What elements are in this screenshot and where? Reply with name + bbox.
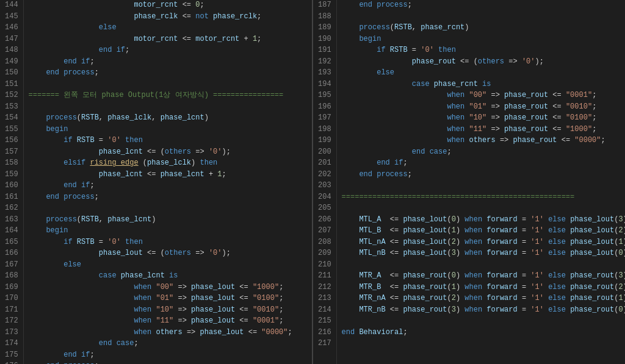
line-number: 149 bbox=[5, 57, 18, 68]
line-number: 208 bbox=[318, 237, 331, 249]
line-number: 153 bbox=[5, 102, 18, 113]
line-number: 161 bbox=[5, 192, 18, 204]
code-line: MTR_nB <= phase_rout(3) when forward = '… bbox=[342, 305, 620, 316]
code-line bbox=[342, 203, 620, 215]
code-line: if RSTB = '0' then bbox=[342, 45, 620, 57]
code-line: MTL_nA <= phase_lout(2) when forward = '… bbox=[342, 237, 620, 249]
code-line: case phase_lcnt is bbox=[29, 271, 307, 282]
line-number: 162 bbox=[5, 203, 18, 215]
right-line-numbers: 1871881891901911921931941951961971981992… bbox=[313, 0, 337, 364]
code-line: MTR_nA <= phase_rout(2) when forward = '… bbox=[342, 293, 620, 305]
code-line bbox=[29, 79, 307, 91]
code-line: motor_rcnt <= 0; bbox=[29, 0, 307, 12]
left-code-content[interactable]: motor_rcnt <= 0; phase_rclk <= not phase… bbox=[24, 0, 312, 364]
editor-container: 1441451461471481491501511521531541551561… bbox=[0, 0, 625, 364]
code-line: when "01" => phase_lout <= "0100"; bbox=[29, 293, 307, 305]
code-line: MTR_A <= phase_rout(0) when forward = '1… bbox=[342, 271, 620, 282]
line-number: 216 bbox=[318, 327, 331, 339]
code-line: case phase_rcnt is bbox=[342, 79, 620, 91]
code-line: MTL_A <= phase_lout(0) when forward = '1… bbox=[342, 215, 620, 226]
line-number: 151 bbox=[5, 79, 18, 91]
code-line: else bbox=[29, 23, 307, 34]
code-line: process(RSTB, phase_lclk, phase_lcnt) bbox=[29, 113, 307, 124]
line-number: 155 bbox=[5, 124, 18, 136]
line-number: 199 bbox=[318, 135, 331, 147]
line-number: 167 bbox=[5, 260, 18, 271]
line-number: 144 bbox=[5, 0, 18, 12]
line-number: 196 bbox=[318, 102, 331, 113]
line-number: 160 bbox=[5, 180, 18, 192]
line-number: 200 bbox=[318, 147, 331, 159]
code-line: end process; bbox=[29, 361, 307, 364]
code-line: MTL_B <= phase_lout(1) when forward = '1… bbox=[342, 226, 620, 237]
line-number: 215 bbox=[318, 316, 331, 327]
code-line: when "01" => phase_rout <= "0010"; bbox=[342, 102, 620, 113]
code-line: phase_lcnt <= phase_lcnt + 1; bbox=[29, 170, 307, 181]
code-line: when others => phase_lout <= "0000"; bbox=[29, 327, 307, 339]
line-number: 173 bbox=[5, 327, 18, 339]
code-line: begin bbox=[342, 34, 620, 46]
line-number: 146 bbox=[5, 23, 18, 34]
line-number: 159 bbox=[5, 170, 18, 181]
code-line bbox=[29, 102, 307, 113]
line-number: 189 bbox=[318, 23, 331, 34]
line-number: 145 bbox=[5, 12, 18, 23]
line-number: 192 bbox=[318, 57, 331, 68]
line-number: 194 bbox=[318, 79, 331, 91]
line-number: 206 bbox=[318, 215, 331, 226]
line-number: 209 bbox=[318, 248, 331, 260]
code-line: else bbox=[342, 68, 620, 79]
line-number: 212 bbox=[318, 282, 331, 294]
code-line: end if; bbox=[29, 180, 307, 192]
code-line bbox=[342, 260, 620, 271]
code-line: when "00" => phase_lout <= "1000"; bbox=[29, 282, 307, 294]
code-line: if RSTB = '0' then bbox=[29, 135, 307, 147]
code-line: else bbox=[29, 260, 307, 271]
left-pane: 1441451461471481491501511521531541551561… bbox=[0, 0, 312, 364]
line-number: 166 bbox=[5, 248, 18, 260]
line-number: 170 bbox=[5, 293, 18, 305]
line-number: 164 bbox=[5, 226, 18, 237]
line-number: 165 bbox=[5, 237, 18, 249]
code-line: begin bbox=[29, 124, 307, 136]
line-number: 150 bbox=[5, 68, 18, 79]
code-line: process(RSTB, phase_lcnt) bbox=[29, 215, 307, 226]
line-number: 193 bbox=[318, 68, 331, 79]
code-line: process(RSTB, phase_rcnt) bbox=[342, 23, 620, 34]
code-line: MTL_nB <= phase_lout(3) when forward = '… bbox=[342, 248, 620, 260]
line-number: 203 bbox=[318, 180, 331, 192]
line-number: 169 bbox=[5, 282, 18, 294]
code-line: elsif rising_edge (phase_lclk) then bbox=[29, 158, 307, 170]
code-line: ========================================… bbox=[342, 192, 620, 204]
code-line: phase_rclk <= not phase_rclk; bbox=[29, 12, 307, 23]
line-number: 175 bbox=[5, 350, 18, 362]
code-line: ======= 왼쪽 모터 phase Output(1상 여자방식) ====… bbox=[29, 90, 307, 102]
line-number: 198 bbox=[318, 124, 331, 136]
code-line: end if; bbox=[29, 350, 307, 362]
line-number: 163 bbox=[5, 215, 18, 226]
code-line: when "10" => phase_lout <= "0010"; bbox=[29, 305, 307, 316]
line-number: 211 bbox=[318, 271, 331, 282]
line-number: 217 bbox=[318, 338, 331, 350]
line-number: 152 bbox=[5, 90, 18, 102]
line-number: 195 bbox=[318, 90, 331, 102]
line-number: 190 bbox=[318, 34, 331, 46]
code-line: phase_rout <= (others => '0'); bbox=[342, 57, 620, 68]
code-line: when "00" => phase_rout <= "0001"; bbox=[342, 90, 620, 102]
code-line: when "11" => phase_rout <= "1000"; bbox=[342, 124, 620, 136]
code-line: end process; bbox=[29, 192, 307, 204]
line-number: 201 bbox=[318, 158, 331, 170]
code-line: MTR_B <= phase_rout(1) when forward = '1… bbox=[342, 282, 620, 294]
line-number: 154 bbox=[5, 113, 18, 124]
line-number: 214 bbox=[318, 305, 331, 316]
line-number: 187 bbox=[318, 0, 331, 12]
line-number: 171 bbox=[5, 305, 18, 316]
code-line: end if; bbox=[29, 57, 307, 68]
code-line: end Behavioral; bbox=[342, 327, 620, 339]
code-line: motor_rcnt <= motor_rcnt + 1; bbox=[29, 34, 307, 46]
line-number: 147 bbox=[5, 34, 18, 46]
line-number: 191 bbox=[318, 45, 331, 57]
code-line: when "11" => phase_lout <= "0001"; bbox=[29, 316, 307, 327]
right-code-content[interactable]: end process; process(RSTB, phase_rcnt) b… bbox=[337, 0, 625, 364]
line-number: 148 bbox=[5, 45, 18, 57]
